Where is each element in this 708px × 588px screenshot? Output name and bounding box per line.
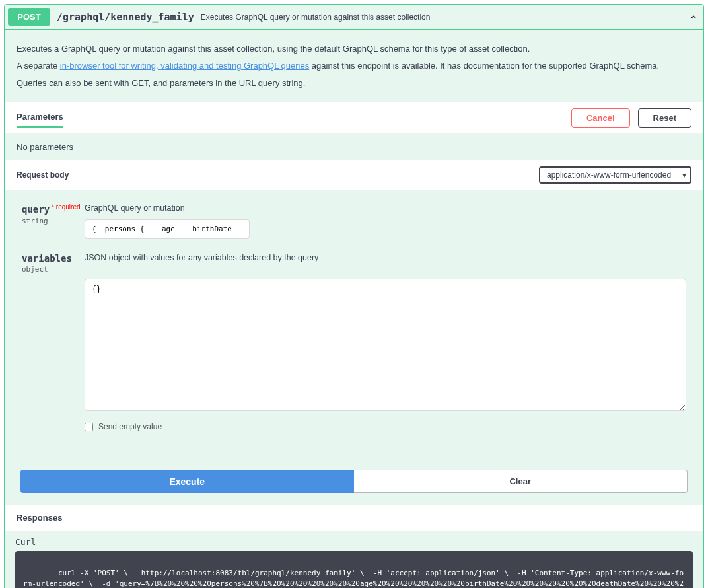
operation-summary-row[interactable]: POST /graphql/kennedy_family Executes Gr… — [5, 5, 703, 30]
reset-button[interactable]: Reset — [638, 108, 691, 128]
curl-text: curl -X 'POST' \ 'http://localhost:8083/… — [23, 569, 684, 588]
operation-block: POST /graphql/kennedy_family Executes Gr… — [4, 4, 704, 588]
param-query-name: query — [22, 205, 50, 215]
execute-clear-row: Execute Clear — [5, 459, 703, 505]
parameters-tab[interactable]: Parameters — [17, 108, 63, 128]
description-line-3: Queries can also be sent with GET, and p… — [17, 76, 691, 91]
curl-label: Curl — [15, 537, 693, 547]
param-variables-desc: JSON object with values for any variable… — [85, 253, 686, 262]
request-body-params: query* required string GraphQL query or … — [5, 190, 703, 459]
param-query-desc: GraphQL query or mutation — [85, 203, 686, 213]
clear-button[interactable]: Clear — [354, 470, 688, 493]
parameters-header: Parameters Cancel Reset — [5, 102, 703, 134]
param-query: query* required string GraphQL query or … — [22, 203, 686, 239]
execute-button[interactable]: Execute — [20, 470, 354, 493]
param-variables-name: variables — [22, 253, 85, 264]
collapse-chevron-icon[interactable] — [687, 11, 700, 24]
send-empty-checkbox[interactable] — [85, 423, 93, 431]
curl-output: curl -X 'POST' \ 'http://localhost:8083/… — [15, 551, 693, 588]
required-indicator: * required — [50, 203, 80, 211]
graphql-tool-link[interactable]: in-browser tool for writing, validating … — [60, 61, 309, 71]
cancel-button[interactable]: Cancel — [571, 108, 630, 128]
query-input[interactable] — [85, 219, 250, 239]
content-type-select[interactable]: application/x-www-form-urlencoded — [539, 166, 691, 184]
send-empty-checkbox-row[interactable]: Send empty value — [85, 422, 686, 431]
variables-textarea[interactable]: {} — [85, 279, 686, 411]
request-body-title: Request body — [17, 170, 539, 180]
param-variables: variables object JSON object with values… — [22, 253, 686, 431]
description-line-2: A separate in-browser tool for writing, … — [17, 59, 691, 73]
operation-description: Executes a GraphQL query or mutation aga… — [5, 30, 703, 102]
request-body-header: Request body application/x-www-form-urle… — [5, 160, 703, 190]
param-variables-type: object — [22, 265, 85, 274]
endpoint-path: /graphql/kennedy_family — [50, 11, 201, 23]
responses-header: Responses — [5, 505, 703, 531]
param-query-type: string — [22, 217, 85, 225]
description-line-1: Executes a GraphQL query or mutation aga… — [17, 42, 691, 56]
http-method-badge: POST — [8, 8, 50, 26]
no-parameters-message: No parameters — [5, 134, 703, 160]
endpoint-summary: Executes GraphQL query or mutation again… — [201, 13, 687, 22]
curl-section: Curl curl -X 'POST' \ 'http://localhost:… — [5, 531, 703, 588]
send-empty-label: Send empty value — [98, 422, 162, 431]
